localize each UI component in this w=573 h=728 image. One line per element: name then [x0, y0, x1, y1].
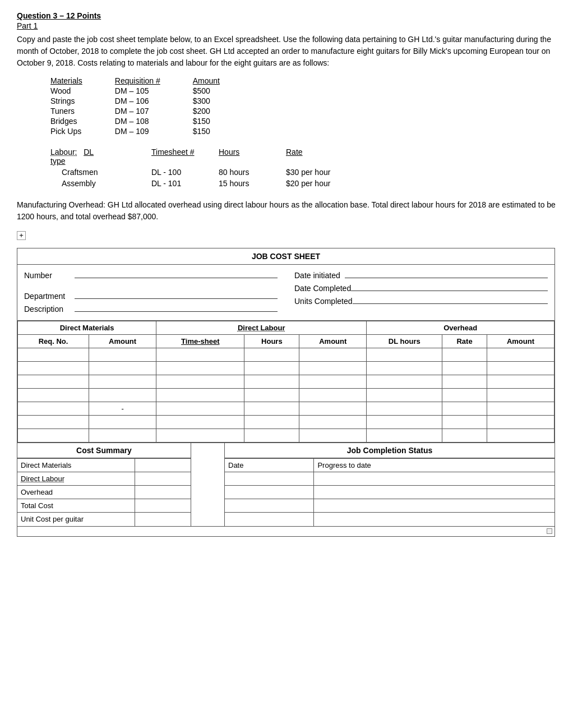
jc-progress	[314, 486, 554, 499]
labour-label-cell: Labour: DL type	[50, 146, 118, 167]
cell	[487, 416, 554, 429]
jc-date	[225, 472, 314, 486]
cell	[244, 389, 299, 402]
cost-value-dm	[135, 459, 191, 472]
cost-row-unit: Unit Cost per guitar	[17, 513, 191, 526]
expand-icon[interactable]: +	[17, 231, 26, 240]
labour-label: Labour:	[50, 148, 77, 156]
materials-section: Materials Requisition # Amount Wood DM –…	[50, 76, 556, 136]
date-initiated-line	[345, 269, 548, 278]
mat-header-amount: Amount	[170, 76, 230, 86]
cell	[156, 362, 244, 375]
cost-summary-table: Direct Materials Direct Labour Overhead	[17, 458, 191, 526]
jc-row	[225, 499, 554, 513]
cell	[487, 402, 554, 416]
col-dl-amount: Amount	[299, 335, 367, 348]
cell	[18, 348, 89, 362]
cell	[367, 348, 442, 362]
cell	[299, 389, 367, 402]
cell	[487, 362, 554, 375]
cost-label-dm: Direct Materials	[17, 459, 135, 472]
part-label: Part 1	[17, 21, 556, 30]
jc-row	[225, 486, 554, 499]
jc-row	[225, 513, 554, 526]
cell	[442, 362, 487, 375]
direct-labour-header: Direct Labour	[156, 321, 367, 335]
cell	[156, 402, 244, 416]
cell	[156, 375, 244, 389]
cell-dash: -	[89, 402, 156, 416]
date-completed-line	[351, 282, 548, 291]
table-row	[18, 416, 554, 429]
cell	[89, 348, 156, 362]
mat-req-pickups: DM – 109	[93, 126, 170, 136]
jcs-main-table: Direct Materials Direct Labour Overhead …	[17, 321, 554, 443]
cell	[18, 416, 89, 429]
cell	[442, 429, 487, 443]
mat-req-tuners: DM – 107	[93, 106, 170, 116]
cell	[367, 429, 442, 443]
description-row: Description	[24, 303, 278, 314]
cell	[18, 429, 89, 443]
labour-timesheet-header: Timesheet #	[118, 146, 207, 167]
direct-materials-header: Direct Materials	[18, 321, 156, 335]
labour-rate-craftsmen: $30 per hour	[275, 167, 340, 178]
labour-row-craftsmen: Craftsmen DL - 100 80 hours $30 per hour	[50, 167, 340, 178]
labour-type-assembly: Assembly	[50, 178, 118, 189]
cell	[487, 429, 554, 443]
overhead-header: Overhead	[367, 321, 554, 335]
materials-table: Materials Requisition # Amount Wood DM –…	[50, 76, 230, 136]
cell	[244, 416, 299, 429]
cost-summary-section: Cost Summary Direct Materials Direct Lab…	[17, 443, 191, 526]
mat-req-wood: DM – 105	[93, 86, 170, 96]
cell	[442, 375, 487, 389]
mat-row-bridges: Bridges DM – 108 $150	[50, 116, 230, 126]
labour-hours-assembly: 15 hours	[207, 178, 275, 189]
date-completed-label: Date Completed	[294, 284, 351, 293]
intro-text: Copy and paste the job cost sheet templa…	[17, 34, 556, 69]
jc-row	[225, 472, 554, 486]
cell	[156, 416, 244, 429]
table-row	[18, 375, 554, 389]
mat-item-pickups: Pick Ups	[50, 126, 93, 136]
cell	[89, 375, 156, 389]
cell	[89, 362, 156, 375]
cell	[367, 362, 442, 375]
labour-section: Labour: DL type Timesheet # Hours Rate	[50, 146, 556, 189]
cell	[367, 375, 442, 389]
cell	[299, 375, 367, 389]
mat-item-strings: Strings	[50, 96, 93, 106]
mat-row-pickups: Pick Ups DM – 109 $150	[50, 126, 230, 136]
number-label: Number	[24, 271, 75, 280]
jc-progress	[314, 513, 554, 526]
cost-label-unit: Unit Cost per guitar	[17, 513, 135, 526]
table-row	[18, 362, 554, 375]
labour-rate-assembly: $20 per hour	[275, 178, 340, 189]
cell	[244, 429, 299, 443]
cell	[18, 402, 89, 416]
resize-handle[interactable]	[547, 528, 552, 534]
cost-row-direct-materials: Direct Materials	[17, 459, 191, 472]
jc-date	[225, 486, 314, 499]
department-row: Department	[24, 290, 278, 301]
date-initiated-label: Date initiated	[294, 271, 345, 280]
cost-summary-title: Cost Summary	[17, 443, 191, 458]
cost-row-direct-labour: Direct Labour	[17, 472, 191, 486]
cost-row-overhead: Overhead	[17, 486, 191, 499]
cell	[18, 389, 89, 402]
description-input-line	[75, 303, 278, 312]
col-req-no: Req. No.	[18, 335, 89, 348]
cost-label-dl: Direct Labour	[17, 472, 135, 486]
mat-req-bridges: DM – 108	[93, 116, 170, 126]
cell	[367, 402, 442, 416]
cell	[244, 402, 299, 416]
labour-table: Labour: DL type Timesheet # Hours Rate	[50, 146, 340, 189]
cell	[442, 402, 487, 416]
labour-hours-craftsmen: 80 hours	[207, 167, 275, 178]
cell	[299, 362, 367, 375]
job-cost-sheet: JOB COST SHEET Number Department Descrip…	[17, 248, 555, 537]
units-completed-row: Units Completed	[294, 295, 548, 306]
cell	[487, 348, 554, 362]
cost-value-overhead	[135, 486, 191, 499]
col-rate: Rate	[442, 335, 487, 348]
